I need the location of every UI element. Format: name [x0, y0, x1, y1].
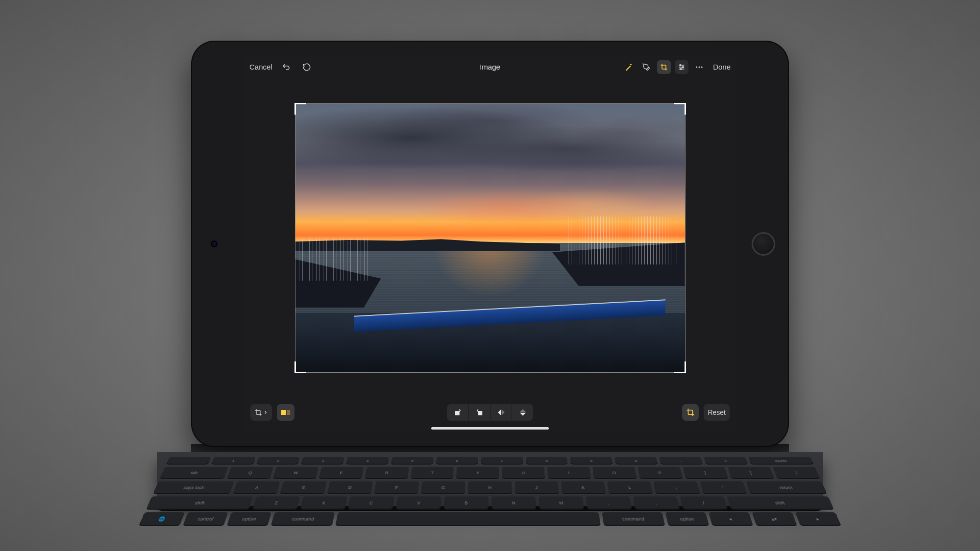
- filters-button[interactable]: [675, 60, 688, 74]
- key[interactable]: .: [633, 496, 680, 509]
- key[interactable]: -: [659, 457, 703, 465]
- undo-button[interactable]: [279, 60, 293, 74]
- key-delete[interactable]: delete: [748, 457, 814, 465]
- key[interactable]: N: [491, 496, 536, 509]
- key[interactable]: ': [700, 481, 747, 494]
- key-return[interactable]: return: [746, 481, 827, 494]
- markup-button[interactable]: [639, 60, 653, 74]
- key[interactable]: Q: [227, 466, 273, 479]
- key[interactable]: T: [411, 466, 454, 479]
- done-button[interactable]: Done: [713, 63, 731, 71]
- key[interactable]: I: [547, 466, 591, 479]
- key-option[interactable]: option: [227, 512, 271, 526]
- key[interactable]: [: [683, 466, 729, 479]
- photo-sea-reflection: [432, 243, 549, 297]
- key[interactable]: =: [704, 457, 748, 465]
- key-option[interactable]: option: [665, 512, 710, 526]
- key[interactable]: X: [300, 496, 347, 509]
- key-shift[interactable]: shift: [727, 496, 834, 509]
- key[interactable]: D: [327, 481, 373, 494]
- key[interactable]: B: [443, 496, 488, 509]
- key[interactable]: F: [374, 481, 419, 494]
- svg-rect-10: [287, 410, 291, 415]
- flip-horizontal-button[interactable]: [490, 404, 512, 421]
- aspect-menu-button[interactable]: [250, 404, 272, 421]
- key[interactable]: U: [502, 466, 545, 479]
- svg-rect-9: [281, 410, 286, 415]
- key-arrow[interactable]: ◂: [709, 512, 753, 526]
- key[interactable]: 3: [301, 457, 344, 465]
- more-icon: [695, 63, 704, 72]
- editor-canvas[interactable]: [243, 79, 737, 397]
- key[interactable]: G: [421, 481, 466, 494]
- key[interactable]: 2: [256, 457, 300, 465]
- svg-point-8: [701, 66, 703, 68]
- crop-handle-tl[interactable]: [294, 103, 306, 115]
- key[interactable]: S: [280, 481, 326, 494]
- key[interactable]: /: [680, 496, 728, 509]
- key-globe[interactable]: 🌐: [139, 512, 185, 526]
- auto-straighten-button[interactable]: [682, 404, 699, 421]
- flip-vertical-button[interactable]: [512, 404, 533, 421]
- key[interactable]: 7: [481, 457, 523, 465]
- key[interactable]: 8: [526, 457, 568, 465]
- key-command[interactable]: command: [602, 512, 665, 526]
- pen-icon: [642, 63, 650, 71]
- key[interactable]: ,: [586, 496, 632, 509]
- key[interactable]: 9: [570, 457, 612, 465]
- rotate-left-button[interactable]: [447, 404, 468, 421]
- key[interactable]: O: [592, 466, 637, 479]
- crop-handle-tr[interactable]: [674, 103, 686, 115]
- crop-frame[interactable]: [295, 104, 685, 372]
- presets-button[interactable]: [277, 404, 294, 421]
- reset-button[interactable]: Reset: [704, 404, 730, 421]
- wand-icon: [624, 63, 633, 72]
- more-button[interactable]: [692, 60, 706, 74]
- crop-tool-button[interactable]: [657, 60, 671, 74]
- key-caps[interactable]: caps lock: [153, 481, 234, 494]
- key[interactable]: `: [166, 457, 211, 465]
- key-control[interactable]: control: [183, 512, 228, 526]
- key[interactable]: H: [468, 481, 512, 494]
- svg-point-3: [680, 64, 681, 66]
- key-tab[interactable]: tab: [160, 466, 228, 479]
- svg-rect-11: [455, 411, 460, 415]
- key-arrow[interactable]: ▸: [795, 512, 842, 526]
- key[interactable]: 6: [436, 457, 478, 465]
- key[interactable]: ;: [653, 481, 700, 494]
- key[interactable]: E: [318, 466, 364, 479]
- key[interactable]: K: [561, 481, 606, 494]
- cancel-button[interactable]: Cancel: [249, 63, 272, 71]
- auto-enhance-button[interactable]: [622, 60, 636, 74]
- key[interactable]: 5: [391, 457, 434, 465]
- key[interactable]: C: [348, 496, 394, 509]
- home-button[interactable]: [752, 232, 775, 256]
- key-command[interactable]: command: [271, 512, 335, 526]
- filters-icon: [678, 63, 686, 71]
- presets-icon: [281, 409, 291, 416]
- key[interactable]: M: [539, 496, 584, 509]
- key-space[interactable]: [335, 512, 601, 526]
- keyboard-case: ` 1 2 3 4 5 6 7 8 9 0 - = delete tab: [157, 444, 823, 511]
- key[interactable]: 1: [211, 457, 256, 465]
- key[interactable]: R: [365, 466, 409, 479]
- key[interactable]: 4: [346, 457, 389, 465]
- key-arrow[interactable]: ▴▾: [752, 512, 797, 526]
- home-indicator[interactable]: [431, 427, 549, 430]
- key[interactable]: ]: [728, 466, 775, 479]
- key[interactable]: V: [396, 496, 441, 509]
- key[interactable]: A: [233, 481, 280, 494]
- key[interactable]: J: [514, 481, 559, 494]
- key[interactable]: W: [273, 466, 318, 479]
- crop-handle-br[interactable]: [674, 361, 686, 373]
- rotate-right-button[interactable]: [468, 404, 490, 421]
- crop-handle-bl[interactable]: [294, 361, 306, 373]
- key[interactable]: Z: [252, 496, 300, 509]
- key[interactable]: 0: [614, 457, 658, 465]
- key[interactable]: \: [773, 466, 820, 479]
- key[interactable]: P: [637, 466, 683, 479]
- redo-button[interactable]: [300, 60, 314, 74]
- key[interactable]: L: [607, 481, 653, 494]
- key[interactable]: Y: [456, 466, 499, 479]
- key-shift[interactable]: shift: [146, 496, 253, 509]
